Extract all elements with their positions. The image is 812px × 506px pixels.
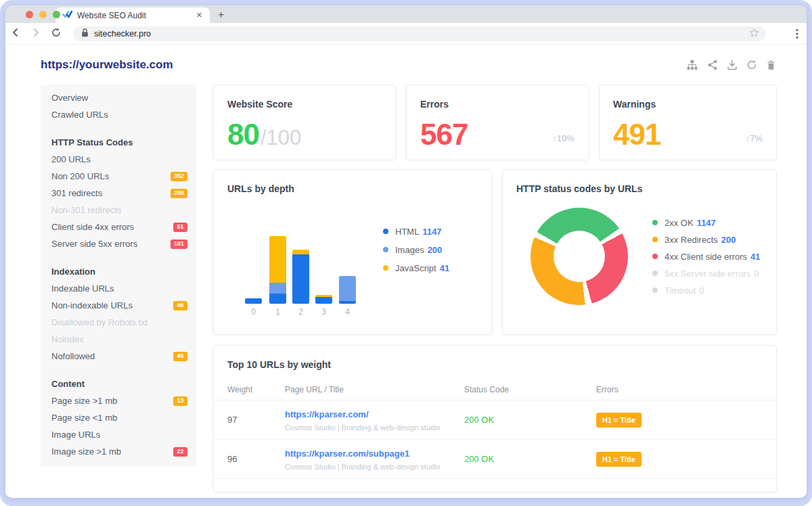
sidebar-item-label: HTTP Status Codes xyxy=(51,137,133,147)
bar-legend-item-html[interactable]: HTML1147 xyxy=(383,227,449,236)
page-url-link[interactable]: https://kparser.com/ xyxy=(285,409,369,419)
download-icon[interactable] xyxy=(727,60,738,70)
count-badge: 13 xyxy=(173,396,187,406)
star-icon[interactable] xyxy=(749,28,759,41)
summary-value: 491 xyxy=(613,118,660,152)
new-tab-button[interactable]: + xyxy=(218,9,224,21)
back-icon[interactable] xyxy=(5,27,26,41)
summary-row: Website Score80/100Errors567↑10%Warnings… xyxy=(213,85,777,160)
sidebar-item-server-side-5xx-errors[interactable]: Server side 5xx errors101 xyxy=(41,235,196,252)
sidebar-item-client-side-4xx-errors[interactable]: Client side 4xx errors51 xyxy=(41,218,196,235)
donut-chart-title: HTTP status codes by URLs xyxy=(516,183,642,194)
sitemap-icon[interactable] xyxy=(686,60,698,70)
sidebar-item-overview[interactable]: Overview xyxy=(41,89,196,106)
bar-chart-plot: 01234 xyxy=(214,170,491,334)
x-axis-label: 1 xyxy=(269,307,286,317)
legend-label: 2xx OK xyxy=(664,218,694,228)
browser-tab[interactable]: Website SEO Audit ✕ xyxy=(55,7,210,23)
sidebar-item-301-redirects[interactable]: 301 redirects200 xyxy=(41,185,196,202)
sidebar-item-nofollowed[interactable]: Nofollowed46 xyxy=(41,348,196,365)
summary-value-row: 567 xyxy=(420,118,468,152)
donut-legend-item-3xx-redirects[interactable]: 3xx Redirects200 xyxy=(652,235,761,244)
sidebar-item-label: Indexable URLs xyxy=(51,283,114,294)
sidebar-item-label: Disallowed by Robots.txt xyxy=(51,317,148,327)
x-axis-label: 3 xyxy=(315,307,332,317)
sidebar-item-non-301-redirects: Non-301 redirects xyxy=(41,202,196,218)
legend-dot xyxy=(652,254,658,259)
sidebar-item-label: 200 URLs xyxy=(51,154,91,164)
sidebar-item-noindex: Noindex xyxy=(41,331,196,348)
dashboard-page: https://yourwebsite.com OverviewC xyxy=(5,45,807,498)
sidebar-item-non-200-urls[interactable]: Non 200 URLs352 xyxy=(41,168,196,185)
bar-legend-item-images[interactable]: Images200 xyxy=(383,245,449,254)
maximize-window-button[interactable] xyxy=(53,11,60,18)
column-header-status-code: Status Code xyxy=(464,385,596,394)
bar-segment-javascript xyxy=(292,250,309,254)
bar-segment-images xyxy=(269,283,286,294)
page-url-link[interactable]: https://kparser.com/subpage1 xyxy=(285,448,409,459)
sidebar-item-label: Content xyxy=(51,379,85,389)
window-controls xyxy=(26,5,60,23)
cell-weight: 97 xyxy=(227,415,285,425)
column-header-weight: Weight xyxy=(227,385,285,394)
sidebar-section-http-status-codes: HTTP Status Codes xyxy=(41,134,196,151)
bar-depth-2 xyxy=(292,250,309,304)
lock-icon[interactable] xyxy=(81,28,89,40)
sidebar-item-label: Overview xyxy=(51,93,88,103)
sidebar-item-label: Page size <1 mb xyxy=(51,413,117,423)
sidebar-item-non-indexable-urls[interactable]: Non-indexable URLs46 xyxy=(41,297,196,314)
sidebar-item-image-urls[interactable]: Image URLs xyxy=(41,426,196,443)
summary-value-row: 491 xyxy=(613,118,660,152)
sidebar: OverviewCrawled URLsHTTP Status Codes200… xyxy=(41,85,196,467)
sidebar-item-label: 301 redirects xyxy=(51,188,102,198)
count-badge: 51 xyxy=(173,223,187,232)
menu-dots-icon[interactable] xyxy=(796,28,798,42)
bar-legend-item-javascript[interactable]: JavaScript41 xyxy=(383,263,449,273)
summary-card-title: Website Score xyxy=(227,99,292,110)
bar-depth-1 xyxy=(269,236,286,304)
count-badge: 352 xyxy=(171,172,187,181)
summary-value: 567 xyxy=(420,118,468,152)
bar-depth-0 xyxy=(245,298,262,304)
bar-segment-html xyxy=(292,254,309,304)
browser-tab-bar: Website SEO Audit ✕ + xyxy=(5,5,807,23)
url-bar[interactable]: sitechecker.pro xyxy=(73,26,766,41)
summary-card-website-score: Website Score80/100 xyxy=(213,85,396,160)
browser-toolbar: sitechecker.pro xyxy=(5,23,807,45)
close-window-button[interactable] xyxy=(26,11,33,18)
sidebar-item-page-size-1-mb[interactable]: Page size >1 mb13 xyxy=(41,392,196,409)
table-header-row: Weight Page URL / Title Status Code Erro… xyxy=(214,380,776,400)
sidebar-item-200-urls[interactable]: 200 URLs xyxy=(41,151,196,168)
donut-legend-item-timeout: Timeout0 xyxy=(652,285,761,295)
sidebar-item-image-size-1-mb[interactable]: Image size >1 mb22 xyxy=(41,443,196,460)
trash-icon[interactable] xyxy=(766,60,776,70)
table-body: 97https://kparser.com/Cosmos Studio | Br… xyxy=(214,400,776,479)
bar-segment-html xyxy=(315,297,332,304)
cell-errors: H1 = Title xyxy=(596,452,763,467)
close-tab-icon[interactable]: ✕ xyxy=(194,11,204,20)
sidebar-item-crawled-urls[interactable]: Crawled URLs xyxy=(41,106,196,123)
minimize-window-button[interactable] xyxy=(39,11,47,18)
refresh-icon[interactable] xyxy=(746,60,757,70)
reload-icon[interactable] xyxy=(46,27,66,41)
sidebar-item-indexable-urls[interactable]: Indexable URLs xyxy=(41,280,196,297)
legend-dot xyxy=(383,247,388,252)
sidebar-item-label: Indexation xyxy=(51,267,95,277)
sidebar-item-label: Image size >1 mb xyxy=(51,446,121,457)
table-row: 97https://kparser.com/Cosmos Studio | Br… xyxy=(214,400,776,440)
legend-dot xyxy=(652,271,658,276)
donut-chart xyxy=(531,208,628,305)
forward-icon[interactable] xyxy=(26,27,46,41)
legend-label: JavaScript xyxy=(395,263,436,273)
sidebar-item-page-size-1-mb[interactable]: Page size <1 mb xyxy=(41,409,196,426)
bar-segment-html xyxy=(269,294,286,304)
donut-legend-item-4xx-client-side-errors[interactable]: 4xx Client side errors41 xyxy=(652,252,761,261)
legend-label: 5xx Server side errors xyxy=(664,269,750,279)
share-icon[interactable] xyxy=(707,60,718,70)
top-urls-table-card: Top 10 URLs by weight Weight Page URL / … xyxy=(213,345,777,492)
legend-value: 200 xyxy=(721,235,736,245)
summary-value-row: 80/100 xyxy=(227,118,301,152)
legend-label: 3xx Redirects xyxy=(664,235,718,245)
bar-segment-images xyxy=(339,276,356,301)
donut-legend-item-2xx-ok[interactable]: 2xx OK1147 xyxy=(652,218,761,227)
